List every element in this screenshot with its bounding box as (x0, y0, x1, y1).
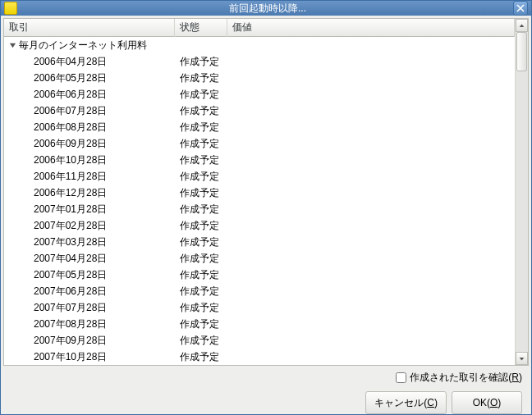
cell-date: 2007年02月28日 (4, 218, 175, 234)
cell-date: 2006年06月28日 (4, 87, 175, 103)
button-row: キャンセル(C) OK(O) (3, 388, 529, 415)
table-row[interactable]: 2006年08月28日作成予定 (4, 119, 515, 135)
transactions-table: 取引 状態 価値 毎月のインターネット利用料 2006年04月28日作成予定20… (3, 18, 529, 366)
table-row[interactable]: 2006年06月28日作成予定 (4, 86, 515, 103)
table-row[interactable]: 2006年07月28日作成予定 (4, 103, 515, 119)
column-header-status[interactable]: 状態 (175, 19, 227, 37)
content-area: 取引 状態 価値 毎月のインターネット利用料 2006年04月28日作成予定20… (1, 16, 531, 415)
cell-status: 作成予定 (175, 103, 227, 119)
window-title: 前回起動時以降... (22, 2, 513, 16)
titlebar[interactable]: 前回起動時以降... (1, 1, 531, 16)
cell-date: 2006年07月28日 (4, 103, 175, 119)
cell-date: 2007年04月28日 (4, 251, 175, 267)
cell-value (227, 241, 515, 243)
cell-value (227, 159, 515, 161)
scroll-down-button[interactable] (516, 352, 528, 365)
cell-value (227, 307, 515, 308)
cell-date: 2007年08月28日 (4, 317, 175, 332)
cell-date: 2006年11月28日 (4, 169, 175, 185)
table-row[interactable]: 2006年04月28日作成予定 (4, 53, 515, 70)
cell-value (227, 323, 515, 325)
cell-status: 作成予定 (175, 333, 227, 349)
cell-status: 作成予定 (175, 71, 227, 86)
cell-value (227, 340, 515, 341)
cell-status: 作成予定 (175, 218, 227, 234)
cell-value (227, 143, 515, 144)
table-row[interactable]: 2006年11月28日作成予定 (4, 168, 515, 185)
cell-value (227, 225, 515, 226)
cell-status: 作成予定 (175, 185, 227, 201)
table-row[interactable]: 2007年08月28日作成予定 (4, 316, 515, 332)
table-body: 毎月のインターネット利用料 2006年04月28日作成予定2006年05月28日… (4, 37, 515, 365)
table-row[interactable]: 2007年02月28日作成予定 (4, 217, 515, 234)
table-row[interactable]: 2007年03月28日作成予定 (4, 234, 515, 250)
table-row[interactable]: 2007年04月28日作成予定 (4, 250, 515, 267)
app-icon (4, 2, 17, 15)
chevron-down-icon (519, 356, 525, 362)
table-row[interactable]: 2006年10月28日作成予定 (4, 152, 515, 168)
close-icon (516, 4, 525, 12)
cell-date: 2007年10月28日 (4, 349, 175, 365)
group-label: 毎月のインターネット利用料 (19, 39, 147, 52)
cell-status: 作成予定 (175, 284, 227, 299)
cell-value (227, 93, 515, 95)
cell-value (227, 192, 515, 194)
vertical-scrollbar[interactable] (515, 19, 528, 365)
expander-icon[interactable] (7, 40, 17, 50)
table-row[interactable]: 2006年12月28日作成予定 (4, 185, 515, 201)
cell-status: 作成予定 (175, 267, 227, 283)
cell-date: 2006年04月28日 (4, 54, 175, 70)
cell-status: 作成予定 (175, 136, 227, 152)
chevron-up-icon (519, 23, 525, 29)
cell-value (227, 208, 515, 210)
confirm-checkbox-label[interactable]: 作成された取引を確認(R) (410, 371, 522, 385)
table-row[interactable]: 2007年07月28日作成予定 (4, 299, 515, 316)
cell-date: 2006年10月28日 (4, 153, 175, 168)
cell-date: 2007年03月28日 (4, 235, 175, 250)
table-row[interactable]: 2007年01月28日作成予定 (4, 201, 515, 217)
cell-status: 作成予定 (175, 153, 227, 168)
scroll-up-button[interactable] (516, 19, 528, 32)
cell-value (227, 77, 515, 79)
column-header-transaction[interactable]: 取引 (4, 19, 175, 37)
table-scroll: 取引 状態 価値 毎月のインターネット利用料 2006年04月28日作成予定20… (4, 19, 515, 365)
cell-status: 作成予定 (175, 87, 227, 103)
confirm-checkbox-row: 作成された取引を確認(R) (3, 366, 529, 388)
cell-status: 作成予定 (175, 202, 227, 217)
table-header: 取引 状態 価値 (4, 19, 515, 37)
confirm-checkbox[interactable] (396, 372, 406, 383)
cell-date: 2007年07月28日 (4, 300, 175, 316)
dialog-window: 前回起動時以降... 取引 状態 価値 毎月のインターネット利用料 (0, 0, 532, 415)
cell-date: 2007年06月28日 (4, 284, 175, 299)
cell-status: 作成予定 (175, 54, 227, 70)
cell-value (227, 61, 515, 62)
cell-date: 2007年09月28日 (4, 333, 175, 349)
cell-date: 2007年01月28日 (4, 202, 175, 217)
group-row[interactable]: 毎月のインターネット利用料 (4, 37, 515, 53)
cell-value (227, 290, 515, 292)
cell-value (227, 110, 515, 112)
table-row[interactable]: 2007年05月28日作成予定 (4, 267, 515, 283)
cell-status: 作成予定 (175, 120, 227, 135)
ok-button[interactable]: OK(O) (452, 391, 522, 414)
table-row[interactable]: 2007年09月28日作成予定 (4, 332, 515, 349)
cell-status: 作成予定 (175, 169, 227, 185)
cell-value (227, 356, 515, 358)
close-button[interactable] (513, 1, 528, 16)
table-row[interactable]: 2007年06月28日作成予定 (4, 283, 515, 299)
table-row[interactable]: 2006年09月28日作成予定 (4, 135, 515, 152)
scrollbar-track[interactable] (516, 32, 528, 352)
cell-status: 作成予定 (175, 235, 227, 250)
cell-date: 2006年12月28日 (4, 185, 175, 201)
cell-status: 作成予定 (175, 300, 227, 316)
cell-status: 作成予定 (175, 349, 227, 365)
column-header-value[interactable]: 価値 (227, 19, 515, 37)
cell-date: 2007年05月28日 (4, 267, 175, 283)
table-row[interactable]: 2006年05月28日作成予定 (4, 70, 515, 86)
cell-date: 2006年09月28日 (4, 136, 175, 152)
table-row[interactable]: 2007年10月28日作成予定 (4, 349, 515, 365)
cell-value (227, 274, 515, 276)
cancel-button[interactable]: キャンセル(C) (365, 391, 447, 414)
scrollbar-thumb[interactable] (516, 32, 527, 71)
cell-value (227, 126, 515, 128)
